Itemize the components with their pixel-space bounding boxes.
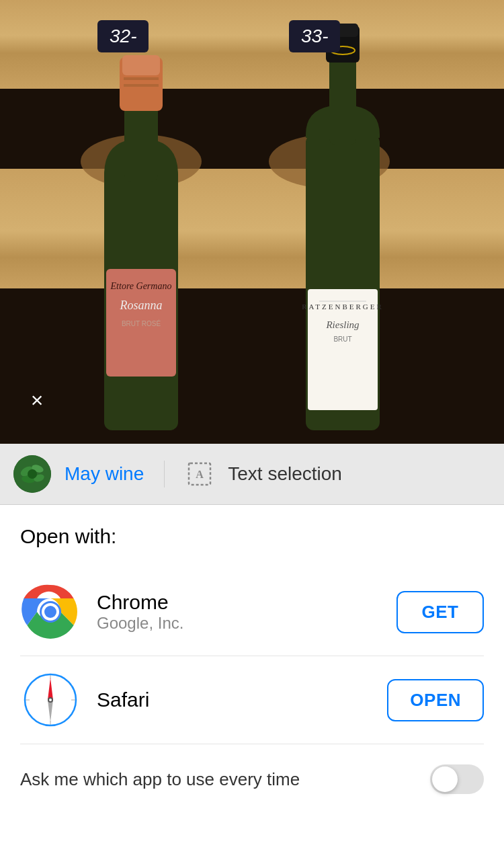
- svg-text:BRUT: BRUT: [333, 336, 351, 343]
- price-tag-1: 32-: [97, 20, 149, 52]
- chrome-get-button[interactable]: GET: [396, 591, 484, 633]
- may-wine-avatar[interactable]: [13, 455, 51, 493]
- may-wine-label[interactable]: May wine: [65, 463, 144, 485]
- svg-text:Ettore Germano: Ettore Germano: [110, 281, 172, 291]
- text-selection-icon: A: [185, 459, 214, 489]
- close-icon: ×: [31, 389, 44, 411]
- chrome-icon: [20, 582, 81, 642]
- svg-text:A: A: [196, 469, 204, 480]
- safari-app-name: Safari: [97, 688, 387, 711]
- text-selection-label[interactable]: Text selection: [228, 463, 342, 485]
- open-with-title: Open with:: [20, 525, 484, 548]
- chrome-app-row: Chrome Google, Inc. GET: [20, 568, 484, 656]
- svg-rect-7: [124, 84, 159, 87]
- bottom-bar: May wine A Text selection: [0, 444, 504, 504]
- chrome-app-author: Google, Inc.: [97, 614, 396, 633]
- price-tag-2: 33-: [289, 20, 340, 52]
- svg-rect-5: [122, 55, 160, 75]
- open-with-section: Open with: Chrome Google, Inc. GET: [0, 505, 504, 744]
- ask-toggle-row: Ask me which app to use every time: [0, 744, 504, 814]
- svg-point-44: [49, 699, 52, 701]
- ask-label: Ask me which app to use every time: [20, 769, 430, 790]
- safari-info: Safari: [97, 688, 387, 711]
- ask-toggle[interactable]: [430, 764, 484, 794]
- svg-text:RATZENBERGER: RATZENBERGER: [302, 303, 384, 311]
- svg-text:Rosanna: Rosanna: [120, 299, 163, 312]
- safari-icon-wrap: [20, 670, 81, 730]
- safari-app-row: Safari OPEN: [20, 656, 484, 744]
- svg-point-27: [28, 469, 37, 479]
- close-button[interactable]: ×: [20, 383, 54, 417]
- chrome-info: Chrome Google, Inc.: [97, 591, 396, 633]
- bottles-image: Ettore Germano Rosanna BRUT ROSÉ RATZENB…: [0, 0, 504, 444]
- vertical-divider: [164, 461, 165, 487]
- photo-section: Ettore Germano Rosanna BRUT ROSÉ RATZENB…: [0, 0, 504, 444]
- svg-text:Riesling: Riesling: [325, 319, 360, 330]
- safari-icon: [20, 670, 81, 730]
- chrome-app-name: Chrome: [97, 591, 396, 614]
- chrome-icon-wrap: [20, 582, 81, 642]
- svg-text:BRUT ROSÉ: BRUT ROSÉ: [122, 319, 161, 327]
- toggle-knob: [432, 766, 458, 792]
- safari-open-button[interactable]: OPEN: [387, 679, 484, 721]
- svg-rect-6: [124, 77, 159, 80]
- svg-point-33: [44, 606, 56, 618]
